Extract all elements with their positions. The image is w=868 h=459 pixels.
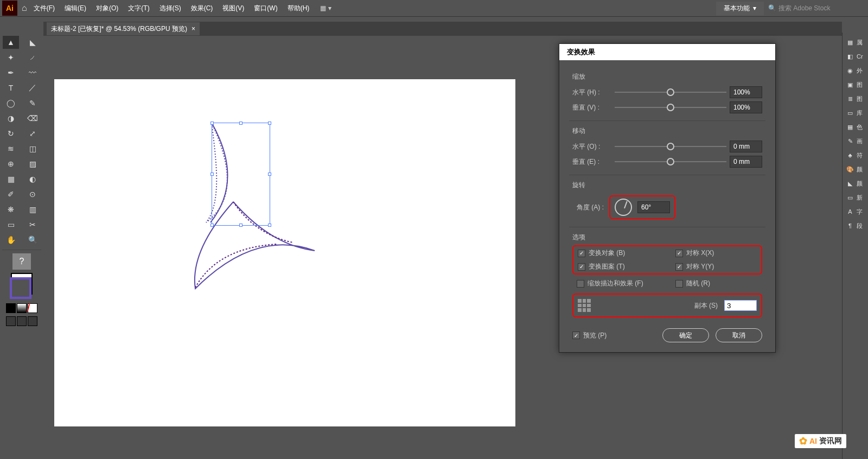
panel-paragraph[interactable]: ¶段 [843,221,868,230]
panel-character[interactable]: A字 [843,207,868,216]
curvature-tool-icon[interactable]: 〰 [24,66,41,79]
scale-horizontal-slider[interactable] [615,88,726,96]
move-vertical-value[interactable]: 0 mm [730,156,762,168]
eyedropper-tool-icon[interactable]: ✐ [3,188,19,201]
selection-handle[interactable] [210,224,214,227]
scale-tool-icon[interactable]: ⤢ [24,127,41,140]
selection-tool-icon[interactable]: ▲ [3,36,19,49]
line-tool-icon[interactable]: ／ [24,81,41,94]
angle-dial[interactable] [615,199,632,216]
menu-effect[interactable]: 效果(C) [191,4,213,13]
copies-input[interactable] [724,300,757,311]
arrange-docs-icon[interactable]: ▦ ▾ [320,4,331,12]
perspective-tool-icon[interactable]: ▨ [24,157,41,170]
slice-tool-icon[interactable]: ✂ [24,218,41,231]
menu-edit[interactable]: 编辑(E) [65,4,86,13]
home-icon[interactable]: ⌂ [22,3,27,13]
lasso-tool-icon[interactable]: ⟋ [24,51,41,64]
scale-horizontal-value[interactable]: 100% [730,86,762,98]
workspace-switcher[interactable]: 基本功能 ▾ [716,2,764,15]
reflect-y-checkbox[interactable]: 对称 Y(Y) [675,262,757,271]
zoom-tool-icon[interactable]: 🔍 [24,233,41,246]
transform-pattern-checkbox[interactable]: 变换图案 (T) [578,262,659,271]
shape-builder-tool-icon[interactable]: ⊕ [3,157,19,170]
menu-object[interactable]: 对象(O) [96,4,118,13]
scale-stroke-checkbox[interactable]: 缩放描边和效果 (F) [577,279,659,288]
magic-wand-tool-icon[interactable]: ✦ [3,51,19,64]
panel-brushes[interactable]: ✎画 [843,137,868,145]
ok-button[interactable]: 确定 [662,328,709,342]
free-transform-tool-icon[interactable]: ◫ [24,142,41,155]
scale-vertical-value[interactable]: 100% [730,101,762,113]
selection-handle[interactable] [268,122,271,125]
edit-toolbar-icon[interactable]: ? [12,253,31,270]
document-tab-title: 未标题-2 [已恢复]* @ 54.53% (RGB/GPU 预览) [51,24,187,34]
move-vertical-slider[interactable] [615,158,726,165]
menu-window[interactable]: 窗口(W) [254,4,277,13]
panel-cc[interactable]: ◧Cr [843,52,868,61]
menu-help[interactable]: 帮助(H) [288,4,310,13]
panel-gradient[interactable]: ▭新 [843,193,868,202]
panel-appearance[interactable]: ◉外 [843,66,868,75]
draw-mode-behind-icon[interactable] [17,316,27,326]
artboard-tool-icon[interactable]: ▭ [3,218,19,231]
document-tab[interactable]: 未标题-2 [已恢复]* @ 54.53% (RGB/GPU 预览) × [47,22,200,35]
draw-mode-inside-icon[interactable] [28,316,37,326]
panel-color-guide[interactable]: ◣颜 [843,179,868,188]
transform-object-checkbox[interactable]: 变换对象 (B) [578,248,659,258]
reference-point-icon[interactable] [578,299,591,312]
gradient-swatch-icon[interactable] [17,303,27,313]
width-tool-icon[interactable]: ≋ [3,142,19,155]
close-icon[interactable]: × [192,25,195,33]
selection-handle[interactable] [268,173,271,176]
selection-handle[interactable] [239,122,242,125]
selection-handle[interactable] [210,173,214,176]
ellipse-tool-icon[interactable]: ◯ [3,97,19,110]
shaper-tool-icon[interactable]: ◑ [3,112,19,125]
draw-mode-normal-icon[interactable] [6,316,16,326]
hand-tool-icon[interactable]: ✋ [3,233,19,246]
menu-file[interactable]: 文件(F) [34,4,55,13]
scale-vertical-slider[interactable] [615,104,726,111]
panel-color[interactable]: 🎨颜 [843,165,868,174]
selection-handle[interactable] [210,122,214,125]
menu-view[interactable]: 视图(V) [222,4,244,13]
type-tool-icon[interactable]: T [3,81,19,94]
fill-stroke-swatch[interactable] [0,273,43,301]
panel-properties[interactable]: ▦属 [843,38,868,47]
panel-layers[interactable]: ≣图 [843,94,868,103]
move-horizontal-slider[interactable] [615,143,726,150]
direct-selection-tool-icon[interactable]: ◣ [24,36,41,49]
gradient-icon: ▭ [846,193,854,202]
panel-symbols[interactable]: ♣符 [843,151,868,160]
graphic-styles-icon: ▣ [846,80,854,89]
paintbrush-tool-icon[interactable]: ✎ [24,97,41,110]
selection-handle[interactable] [239,224,242,227]
move-horizontal-value[interactable]: 0 mm [730,141,762,152]
column-graph-tool-icon[interactable]: ▥ [24,203,41,216]
preview-checkbox[interactable]: 预览 (P) [572,331,607,340]
pen-tool-icon[interactable]: ✒ [3,66,19,79]
cancel-button[interactable]: 取消 [716,328,762,342]
gradient-tool-icon[interactable]: ◐ [24,173,41,186]
rotate-tool-icon[interactable]: ↻ [3,127,19,140]
menu-select[interactable]: 选择(S) [159,4,181,13]
scale-vertical-label: 垂直 (V) : [572,103,611,112]
selection-handle[interactable] [268,224,271,227]
random-checkbox[interactable]: 随机 (R) [675,279,758,288]
mesh-tool-icon[interactable]: ▦ [3,173,19,186]
eraser-tool-icon[interactable]: ⌫ [24,112,41,125]
selection-bounding-box[interactable] [212,123,270,226]
symbol-sprayer-tool-icon[interactable]: ❋ [3,203,19,216]
panel-libraries[interactable]: ▭库 [843,109,868,117]
rotate-angle-value[interactable]: 60° [637,201,670,213]
artboard[interactable] [54,79,515,426]
none-swatch-icon[interactable]: / [28,303,37,313]
reflect-x-checkbox[interactable]: 对称 X(X) [675,248,757,258]
color-swatch-icon[interactable] [6,303,16,313]
panel-graphic-styles[interactable]: ▣图 [843,80,868,89]
search-stock-field[interactable]: 🔍 搜索 Adobe Stock [768,4,866,13]
panel-swatches[interactable]: ▦色 [843,123,868,131]
menu-text[interactable]: 文字(T) [128,4,149,13]
blend-tool-icon[interactable]: ⊙ [24,188,41,201]
